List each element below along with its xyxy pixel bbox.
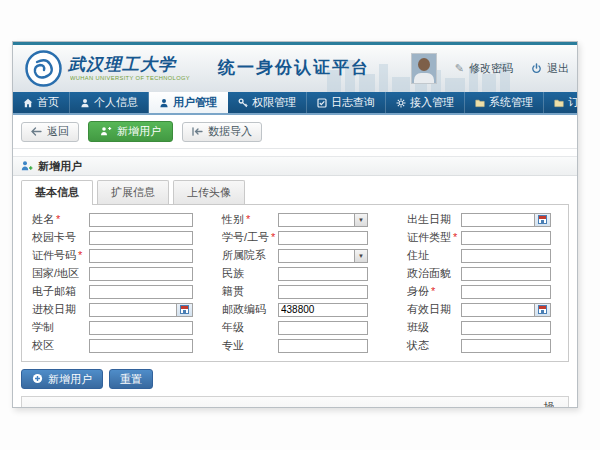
submit-add-user-button[interactable]: 新增用户 <box>21 369 103 389</box>
political-status-input[interactable] <box>461 267 551 281</box>
tab-upload-avatar[interactable]: 上传头像 <box>173 180 245 204</box>
status-input[interactable] <box>461 339 551 353</box>
nav-item-label: 用户管理 <box>173 95 217 110</box>
field-label: 籍贯 <box>222 284 278 299</box>
country-region-input[interactable] <box>89 267 193 281</box>
id-number-input[interactable] <box>89 249 193 263</box>
calendar-icon[interactable] <box>534 304 550 316</box>
name-input[interactable] <box>89 213 193 227</box>
gender-select[interactable]: ▼ <box>278 213 368 227</box>
back-button[interactable]: 返回 <box>21 122 79 142</box>
add-user-toolbar-button[interactable]: 新增用户 <box>88 121 173 142</box>
native-place-input[interactable] <box>278 285 368 299</box>
user-cluster: ✎ 修改密码 退出 <box>411 53 569 84</box>
id-type-input[interactable] <box>461 231 551 245</box>
plus-circle-icon <box>32 373 43 386</box>
calendar-icon[interactable] <box>534 214 550 226</box>
form-actions: 新增用户 重置 <box>21 369 577 389</box>
ethnicity-input[interactable] <box>278 267 368 281</box>
tab-basic-info[interactable]: 基本信息 <box>21 180 93 205</box>
toolbar-separator <box>13 148 577 149</box>
tab-extended-info[interactable]: 扩展信息 <box>97 180 169 204</box>
nav-item-subscription-management[interactable]: 订阅管理 <box>544 92 578 113</box>
calendar-icon[interactable] <box>176 304 192 316</box>
nav-item-label: 首页 <box>37 95 59 110</box>
field-label: 学号/工号* <box>222 230 278 245</box>
back-arrow-icon <box>31 126 42 138</box>
nav-item-label: 订阅管理 <box>568 95 578 110</box>
nav-item-permission-management[interactable]: 权限管理 <box>228 92 307 113</box>
class-input[interactable] <box>461 321 551 335</box>
student-id-input[interactable] <box>278 231 368 245</box>
nav-item-profile[interactable]: 个人信息 <box>70 92 149 113</box>
field-identity: 身份* <box>407 284 562 299</box>
logout-link[interactable]: 退出 <box>547 61 569 76</box>
nav-item-label: 系统管理 <box>489 95 533 110</box>
grade-input[interactable] <box>278 321 368 335</box>
field-class: 班级 <box>407 320 562 335</box>
data-import-button[interactable]: 数据导入 <box>182 122 262 142</box>
toolbar: 返回 新增用户 数据导入 <box>13 115 577 148</box>
nav-item-user-management[interactable]: 用户管理 <box>149 92 228 113</box>
field-department: 所属院系 ▼ <box>222 248 407 263</box>
add-user-button-label: 新增用户 <box>117 124 161 139</box>
postal-code-input[interactable] <box>278 303 368 317</box>
field-status: 状态 <box>407 338 562 353</box>
required-asterisk: * <box>78 249 82 261</box>
field-gender: 性别* ▼ <box>222 212 407 227</box>
field-birth-date: 出生日期 <box>407 212 562 227</box>
nav-item-system-management[interactable]: 系统管理 <box>465 92 544 113</box>
address-input[interactable] <box>461 249 551 263</box>
section-header: 新增用户 <box>13 156 577 176</box>
major-input[interactable] <box>278 339 368 353</box>
field-label: 政治面貌 <box>407 266 461 281</box>
key-icon <box>238 98 248 108</box>
field-major: 专业 <box>222 338 407 353</box>
valid-date-input[interactable] <box>462 304 534 316</box>
nav-item-home[interactable]: 首页 <box>13 92 70 113</box>
chevron-down-icon: ▼ <box>354 214 367 226</box>
university-name-en: WUHAN UNIVERSITY OF TECHNOLOGY <box>70 75 190 81</box>
required-asterisk: * <box>246 213 250 225</box>
identity-input[interactable] <box>461 285 551 299</box>
field-label: 邮政编码 <box>222 302 278 317</box>
form-row: 姓名* 性别* ▼ 出生日期 <box>32 212 562 227</box>
form-row: 学制 年级 班级 <box>32 320 562 335</box>
user-avatar[interactable] <box>411 53 437 84</box>
field-label: 性别* <box>222 212 278 227</box>
field-label: 证件号码* <box>32 248 89 263</box>
field-name: 姓名* <box>32 212 222 227</box>
education-length-input[interactable] <box>89 321 193 335</box>
form-row: 进校日期 邮政编码 有效日期 <box>32 302 562 317</box>
column-header-gender: 性别 <box>172 397 262 409</box>
department-select[interactable]: ▼ <box>278 249 368 263</box>
birth-date-input[interactable] <box>462 214 534 226</box>
field-label: 姓名* <box>32 212 89 227</box>
field-education-length: 学制 <box>32 320 222 335</box>
change-password-link[interactable]: 修改密码 <box>469 61 513 76</box>
reset-button[interactable]: 重置 <box>109 369 153 389</box>
university-logo-icon <box>25 50 62 87</box>
nav-item-log-query[interactable]: 日志查询 <box>307 92 386 113</box>
field-label: 所属院系 <box>222 248 278 263</box>
email-input[interactable] <box>89 285 193 299</box>
column-header-department: 所属院系 <box>328 397 540 409</box>
nav-item-label: 接入管理 <box>410 95 454 110</box>
column-header-name: 姓名 <box>112 397 172 409</box>
field-valid-date: 有效日期 <box>407 302 562 317</box>
chevron-down-icon: ▼ <box>354 250 367 262</box>
campus-card-input[interactable] <box>89 231 193 245</box>
basic-info-form: 姓名* 性别* ▼ 出生日期 校园卡号 学号/工号* <box>21 205 569 362</box>
nav-item-access-management[interactable]: 接入管理 <box>386 92 465 113</box>
university-name: 武汉理工大学 <box>68 53 176 76</box>
form-row: 电子邮箱 籍贯 身份* <box>32 284 562 299</box>
required-asterisk: * <box>453 231 457 243</box>
campus-input[interactable] <box>89 339 193 353</box>
entry-date-input[interactable] <box>90 304 176 316</box>
page-background: 武汉理工大学 WUHAN UNIVERSITY OF TECHNOLOGY 统一… <box>0 0 600 450</box>
field-label: 校园卡号 <box>32 230 89 245</box>
user-table-container: 学号/工号 姓名 性别 身份 所属院系 操作 <box>21 396 569 408</box>
field-ethnicity: 民族 <box>222 266 407 281</box>
power-icon <box>531 60 542 78</box>
add-user-section-icon <box>21 160 33 173</box>
